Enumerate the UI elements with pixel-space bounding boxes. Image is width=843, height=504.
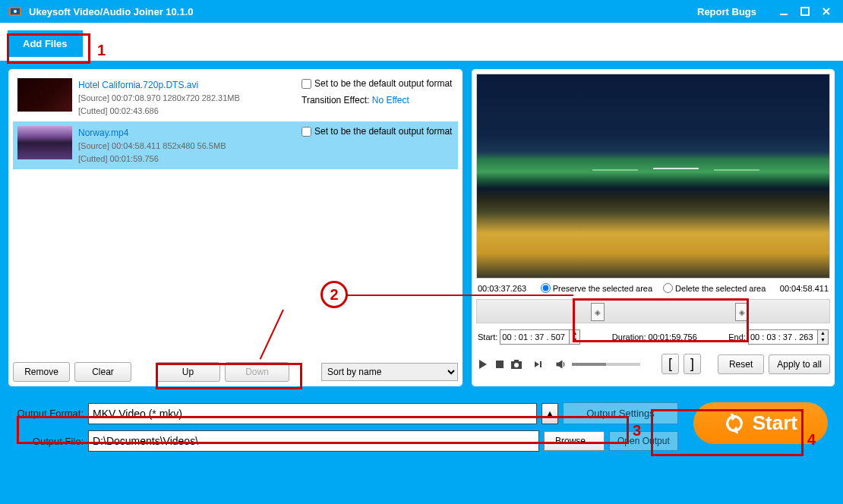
file-options: Set to be the default output format Tran… (302, 78, 453, 117)
snapshot-icon[interactable] (510, 358, 523, 371)
output-settings-button[interactable]: Output Settings (563, 402, 678, 424)
range-row: Start: ▲▼ Duration: 00:01:59.756 End: ▲▼ (478, 329, 829, 345)
file-source: [Source] 00:07:08.970 1280x720 282.31MB (78, 92, 295, 105)
file-name: Hotel California.720p.DTS.avi (78, 78, 295, 92)
toolbar: Add Files (0, 23, 843, 61)
svg-rect-4 (801, 8, 809, 15)
duration-label: Duration: 00:01:59.756 (612, 332, 697, 342)
svg-rect-7 (514, 360, 519, 362)
file-cutted: [Cutted] 00:01:59.756 (78, 153, 295, 165)
start-button[interactable]: Start (693, 402, 828, 444)
play-icon[interactable] (476, 358, 490, 371)
end-time-input[interactable]: ▲▼ (748, 329, 829, 345)
file-list: Hotel California.720p.DTS.avi [Source] 0… (13, 74, 458, 358)
output-section: Output Format: ▴ Output Settings Output … (0, 395, 843, 465)
minimize-button[interactable] (775, 2, 793, 20)
volume-slider[interactable] (572, 363, 640, 366)
output-file-input[interactable] (88, 430, 539, 452)
volume-icon[interactable] (555, 358, 567, 370)
file-row[interactable]: Hotel California.720p.DTS.avi [Source] 0… (13, 74, 458, 121)
transition-effect: Transition Effect: No Effect (302, 95, 453, 106)
up-button[interactable]: Up (156, 362, 220, 382)
file-cutted: [Cutted] 00:02:43.686 (78, 105, 295, 118)
svg-rect-5 (496, 361, 504, 368)
sort-select[interactable]: Sort by name (321, 363, 458, 381)
file-thumbnail (17, 78, 72, 112)
time-right: 00:04:58.411 (780, 284, 829, 293)
output-format-input[interactable] (88, 403, 537, 424)
file-name: Norway.mp4 (78, 126, 295, 140)
output-format-row: Output Format: ▴ Output Settings (15, 402, 678, 424)
apply-all-button[interactable]: Apply to all (769, 354, 830, 374)
delete-radio[interactable]: Delete the selected area (663, 283, 766, 293)
file-info: Norway.mp4 [Source] 00:04:58.411 852x480… (78, 126, 295, 165)
transition-link[interactable]: No Effect (372, 95, 409, 106)
file-thumbnail (17, 126, 72, 159)
titlebar: Ukeysoft Video/Audio Joiner 10.1.0 Repor… (0, 0, 843, 23)
playback-controls: [ ] Reset Apply to all (476, 354, 830, 374)
trim-start-handle[interactable]: ◈ (591, 303, 605, 321)
report-bugs-link[interactable]: Report Bugs (697, 6, 756, 17)
time-left: 00:03:37.263 (478, 284, 526, 293)
trim-end-handle[interactable]: ◈ (735, 303, 749, 321)
file-list-panel: Hotel California.720p.DTS.avi [Source] 0… (8, 68, 463, 387)
output-file-row: Output File: Browse... Open Output (15, 430, 678, 452)
default-format-checkbox[interactable]: Set to be the default output format (302, 126, 453, 137)
mark-in-button[interactable]: [ (661, 354, 679, 374)
next-icon[interactable] (532, 359, 543, 370)
open-output-button[interactable]: Open Output (609, 431, 678, 451)
video-preview[interactable] (476, 74, 830, 279)
file-row[interactable]: Norway.mp4 [Source] 00:04:58.411 852x480… (13, 121, 458, 169)
preserve-radio[interactable]: Preserve the selected area (541, 283, 652, 293)
svg-point-2 (14, 10, 17, 13)
app-logo-icon (8, 4, 23, 19)
list-controls: Remove Clear Up Down Sort by name (13, 362, 458, 382)
start-time-input[interactable]: ▲▼ (500, 329, 580, 345)
down-button[interactable]: Down (225, 362, 289, 382)
reset-button[interactable]: Reset (718, 354, 764, 374)
remove-button[interactable]: Remove (13, 362, 70, 382)
output-format-dropdown[interactable]: ▴ (541, 403, 558, 424)
file-info: Hotel California.720p.DTS.avi [Source] 0… (78, 78, 295, 117)
close-button[interactable] (817, 2, 835, 20)
output-file-label: Output File: (15, 436, 84, 447)
maximize-button[interactable] (796, 2, 814, 20)
trim-slider[interactable]: ◈ ◈ (476, 299, 830, 323)
file-source: [Source] 00:04:58.411 852x480 56.5MB (78, 140, 295, 153)
app-title: Ukeysoft Video/Audio Joiner 10.1.0 (29, 6, 697, 17)
mark-out-button[interactable]: ] (684, 354, 701, 374)
clear-button[interactable]: Clear (74, 362, 131, 382)
time-radio-row: 00:03:37.263 Preserve the selected area … (478, 283, 829, 293)
browse-button[interactable]: Browse... (544, 431, 605, 451)
svg-rect-3 (780, 14, 788, 15)
svg-point-8 (514, 363, 519, 367)
refresh-icon (724, 413, 745, 434)
default-format-checkbox[interactable]: Set to be the default output format (302, 78, 453, 89)
output-format-label: Output Format: (15, 408, 84, 419)
file-options: Set to be the default output format (302, 126, 453, 165)
stop-icon[interactable] (494, 359, 505, 370)
preview-panel: 00:03:37.263 Preserve the selected area … (471, 68, 835, 387)
add-files-button[interactable]: Add Files (8, 30, 83, 57)
